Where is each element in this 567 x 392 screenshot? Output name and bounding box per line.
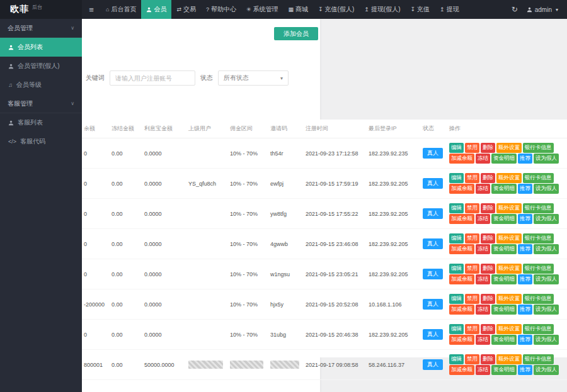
action-button[interactable]: 禁用 (465, 294, 479, 304)
sidebar-item[interactable]: 会员列表 (0, 38, 82, 57)
action-button[interactable]: 禁用 (465, 264, 479, 274)
action-button[interactable]: 冻结 (476, 335, 490, 345)
action-button[interactable]: 禁用 (465, 233, 479, 244)
action-button[interactable]: 冻结 (476, 244, 490, 254)
action-button[interactable]: 银行卡信息 (523, 143, 554, 153)
action-button[interactable]: 额外设置 (496, 233, 522, 244)
action-button[interactable]: 删除 (481, 264, 495, 274)
action-button[interactable]: 禁用 (465, 324, 479, 334)
nav-item-home[interactable]: ⌂后台首页 (101, 0, 141, 19)
keyword-input[interactable] (110, 70, 195, 86)
status-select[interactable]: 所有状态 ▾ (218, 70, 289, 86)
action-button[interactable]: 冻结 (476, 305, 490, 315)
action-button[interactable]: 资金明细 (491, 335, 517, 345)
action-button[interactable]: 资金明细 (491, 305, 517, 315)
action-button[interactable]: 额外设置 (496, 324, 522, 334)
sidebar-item[interactable]: ♫会员等级 (0, 76, 82, 94)
sidebar-item[interactable]: </>客服代码 (0, 132, 82, 151)
action-button[interactable]: 设为假人 (534, 274, 559, 284)
action-button[interactable]: 冻结 (476, 184, 490, 194)
action-button[interactable]: 编辑 (449, 173, 464, 183)
action-button[interactable]: 冻结 (476, 214, 490, 224)
action-button[interactable]: 禁用 (465, 203, 479, 213)
action-button[interactable]: 额外设置 (496, 143, 522, 153)
action-button[interactable]: 禁用 (465, 354, 479, 364)
action-button[interactable]: 设为假人 (534, 214, 559, 224)
action-button[interactable]: 银行卡信息 (523, 203, 554, 213)
action-button[interactable]: 编辑 (449, 294, 464, 304)
action-button[interactable]: 银行卡信息 (523, 233, 554, 244)
action-button[interactable]: 资金明细 (491, 154, 517, 164)
action-button[interactable]: 推荐 (518, 365, 532, 375)
action-button[interactable]: 额外设置 (496, 203, 522, 213)
action-button[interactable]: 加减余额 (449, 365, 474, 375)
nav-item-user[interactable]: 会员 (141, 0, 171, 19)
sidebar-group-header[interactable]: 会员管理∨ (0, 19, 82, 38)
action-button[interactable]: 编辑 (449, 233, 464, 244)
action-button[interactable]: 设为假人 (534, 305, 559, 315)
nav-item-withdraw[interactable]: ↥提现 (435, 0, 464, 19)
action-button[interactable]: 银行卡信息 (523, 324, 554, 334)
action-button[interactable]: 禁用 (465, 143, 479, 153)
nav-item-gear[interactable]: ✳系统管理 (241, 0, 284, 19)
action-button[interactable]: 推荐 (518, 244, 532, 254)
action-button[interactable]: 删除 (481, 173, 495, 183)
action-button[interactable]: 编辑 (449, 264, 464, 274)
nav-item-coin[interactable]: ⇄交易 (171, 0, 201, 19)
action-button[interactable]: 加减余额 (449, 184, 474, 194)
action-button[interactable]: 设为假人 (534, 365, 559, 375)
action-button[interactable]: 银行卡信息 (523, 294, 554, 304)
action-button[interactable]: 设为假人 (534, 154, 559, 164)
action-button[interactable]: 额外设置 (496, 294, 522, 304)
action-button[interactable]: 加减余额 (449, 154, 474, 164)
action-button[interactable]: 加减余额 (449, 305, 474, 315)
action-button[interactable]: 推荐 (518, 154, 532, 164)
action-button[interactable]: 删除 (481, 354, 495, 364)
action-button[interactable]: 资金明细 (491, 244, 517, 254)
user-menu[interactable]: admin ▾ (527, 6, 558, 13)
action-button[interactable]: 删除 (481, 143, 495, 153)
action-button[interactable]: 资金明细 (491, 184, 517, 194)
action-button[interactable]: 银行卡信息 (523, 264, 554, 274)
action-button[interactable]: 加减余额 (449, 244, 474, 254)
action-button[interactable]: 加减余额 (449, 274, 474, 284)
action-button[interactable]: 加减余额 (449, 335, 474, 345)
action-button[interactable]: 编辑 (449, 354, 464, 364)
action-button[interactable]: 额外设置 (496, 264, 522, 274)
action-button[interactable]: 编辑 (449, 324, 464, 334)
action-button[interactable]: 设为假人 (534, 244, 559, 254)
action-button[interactable]: 银行卡信息 (523, 173, 554, 183)
refresh-icon[interactable]: ↻ (512, 5, 518, 14)
action-button[interactable]: 冻结 (476, 365, 490, 375)
action-button[interactable]: 冻结 (476, 274, 490, 284)
action-button[interactable]: 推荐 (518, 274, 532, 284)
nav-item-help[interactable]: ?帮助中心 (201, 0, 241, 19)
action-button[interactable]: 推荐 (518, 184, 532, 194)
action-button[interactable]: 额外设置 (496, 173, 522, 183)
action-button[interactable]: 推荐 (518, 335, 532, 345)
action-button[interactable]: 编辑 (449, 203, 464, 213)
nav-item-withdraw[interactable]: ↥提现(假人) (359, 0, 405, 19)
action-button[interactable]: 设为假人 (534, 184, 559, 194)
action-button[interactable]: 推荐 (518, 305, 532, 315)
action-button[interactable]: 删除 (481, 294, 495, 304)
nav-item-shop[interactable]: ▦商城 (284, 0, 314, 19)
action-button[interactable]: 额外设置 (496, 354, 522, 364)
sidebar-item[interactable]: 客服列表 (0, 113, 82, 132)
action-button[interactable]: 编辑 (449, 143, 464, 153)
action-button[interactable]: 资金明细 (491, 365, 517, 375)
action-button[interactable]: 删除 (481, 203, 495, 213)
action-button[interactable]: 设为假人 (534, 335, 559, 345)
menu-icon[interactable]: ≡ (82, 0, 101, 19)
action-button[interactable]: 资金明细 (491, 214, 517, 224)
action-button[interactable]: 冻结 (476, 154, 490, 164)
action-button[interactable]: 删除 (481, 324, 495, 334)
add-member-button[interactable]: 添加会员 (274, 27, 318, 40)
action-button[interactable]: 删除 (481, 233, 495, 244)
sidebar-group-header[interactable]: 客服管理∨ (0, 94, 82, 113)
action-button[interactable]: 资金明细 (491, 274, 517, 284)
action-button[interactable]: 推荐 (518, 214, 532, 224)
action-button[interactable]: 银行卡信息 (523, 354, 554, 364)
sidebar-item[interactable]: 会员管理(假人) (0, 57, 82, 76)
nav-item-recharge[interactable]: ↧充值(假人) (313, 0, 359, 19)
